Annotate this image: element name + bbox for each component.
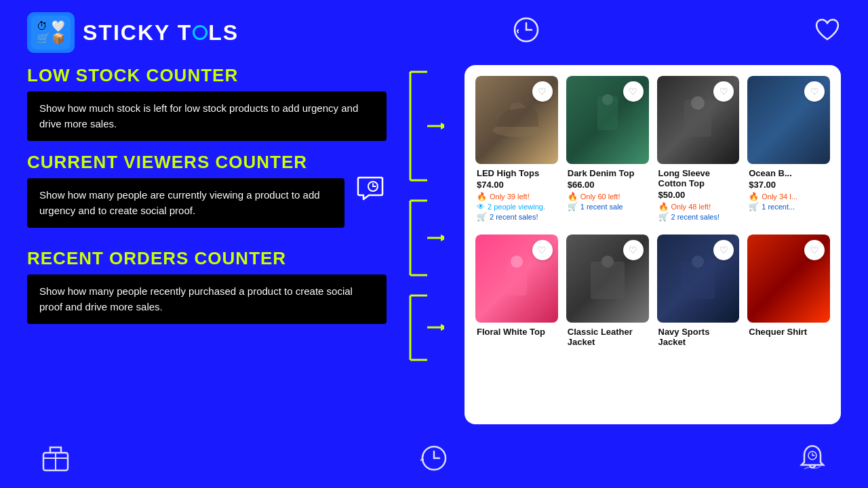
svg-marker-11: [441, 235, 444, 241]
logo-box: ⏱ 🤍 🛒 📦: [27, 12, 75, 53]
product-info-1: Dark Denim Top $66.00 🔥 Only 60 left! 🛒 …: [566, 164, 649, 216]
footer: [0, 434, 868, 488]
badge-cart-1: 🛒 1 recent sale: [568, 202, 648, 211]
product-card-3: ♡ Ocean B... $37.00 🔥 Only 34 l... 🛒 1 r…: [747, 76, 830, 226]
badge-fire-0: 🔥 Only 39 left!: [477, 192, 557, 201]
logo-icon-4: 📦: [52, 33, 65, 44]
svg-marker-6: [441, 123, 444, 129]
product-grid: ♡ LED High Tops $74.00 🔥 Only 39 left! 👁…: [475, 76, 830, 352]
badge-fire-3: 🔥 Only 34 l...: [749, 192, 829, 201]
badge-fire-1: 🔥 Only 60 left!: [568, 192, 648, 201]
product-card-4: ♡ Floral White Top: [475, 235, 558, 352]
cart-icon-1: 🛒: [568, 202, 578, 211]
wishlist-btn-1[interactable]: ♡: [623, 81, 644, 102]
product-card-6: ♡ Navy Sports Jacket: [657, 235, 740, 352]
badge-cart-0: 🛒 2 recent sales!: [477, 212, 557, 222]
bell-icon: [797, 443, 827, 479]
eye-icon-0: 👁: [477, 202, 485, 211]
product-card-0: ♡ LED High Tops $74.00 🔥 Only 39 left! 👁…: [475, 76, 558, 226]
product-name-4: Floral White Top: [477, 327, 557, 337]
product-price-3: $37.00: [749, 180, 829, 190]
chat-clock-icon: [354, 152, 387, 210]
cart-icon-2: 🛒: [658, 212, 669, 222]
recent-orders-section: RECENT ORDERS COUNTER Show how many peop…: [27, 248, 387, 324]
fire-icon-2: 🔥: [658, 202, 669, 211]
recent-orders-title: RECENT ORDERS COUNTER: [27, 248, 387, 269]
current-viewers-title: CURRENT VIEWERS COUNTER: [27, 152, 344, 173]
header: ⏱ 🤍 🛒 📦 STICKY TLS: [0, 0, 868, 65]
logo-icon-3: 🛒: [37, 33, 50, 44]
svg-marker-16: [441, 324, 444, 331]
wishlist-btn-7[interactable]: ♡: [804, 240, 825, 260]
product-card-1: ♡ Dark Denim Top $66.00 🔥 Only 60 left! …: [566, 76, 649, 226]
product-name-7: Chequer Shirt: [749, 327, 829, 337]
product-info-4: Floral White Top: [475, 323, 558, 342]
product-card-7: ♡ Chequer Shirt: [747, 235, 830, 352]
wishlist-btn-4[interactable]: ♡: [532, 240, 553, 260]
product-name-2: Long Sleeve Cotton Top: [658, 168, 738, 188]
current-viewers-section: CURRENT VIEWERS COUNTER Show how many pe…: [27, 152, 387, 239]
logo-icon-1: ⏱: [37, 21, 50, 32]
clock-icon: [513, 16, 540, 49]
product-name-0: LED High Tops: [477, 168, 557, 178]
cart-icon-3: 🛒: [749, 202, 759, 211]
connector-area: [407, 65, 444, 424]
product-price-0: $74.00: [477, 180, 557, 190]
product-card-2: ♡ Long Sleeve Cotton Top $50.00 🔥 Only 4…: [657, 76, 740, 226]
badge-cart-2: 🛒 2 recent sales!: [658, 212, 738, 222]
logo-area: ⏱ 🤍 🛒 📦 STICKY TLS: [27, 12, 239, 53]
svg-point-25: [601, 256, 614, 268]
product-name-3: Ocean B...: [749, 168, 829, 178]
product-info-5: Classic Leather Jacket: [566, 323, 649, 352]
svg-point-19: [602, 94, 613, 105]
main-content: LOW STOCK COUNTER Show how much stock is…: [0, 65, 868, 424]
svg-point-27: [692, 256, 704, 268]
product-name-1: Dark Denim Top: [568, 168, 648, 178]
product-price-1: $66.00: [568, 180, 648, 190]
wishlist-btn-3[interactable]: ♡: [804, 81, 825, 102]
logo-icon-2: 🤍: [52, 21, 65, 32]
product-info-2: Long Sleeve Cotton Top $50.00 🔥 Only 48 …: [657, 164, 740, 226]
product-price-2: $50.00: [658, 190, 738, 200]
current-viewers-description: Show how many people are currently viewi…: [27, 178, 344, 228]
fire-icon-3: 🔥: [749, 192, 759, 201]
recent-orders-description: Show how many people recently purchased …: [27, 274, 387, 324]
history-icon: [419, 443, 449, 479]
badge-cart-3: 🛒 1 recent...: [749, 202, 829, 211]
left-panel: LOW STOCK COUNTER Show how much stock is…: [27, 65, 387, 424]
badge-fire-2: 🔥 Only 48 left!: [658, 202, 738, 211]
fire-icon-1: 🔥: [568, 192, 578, 201]
svg-point-23: [511, 256, 523, 268]
badge-eye-0: 👁 2 people viewing.: [477, 202, 557, 211]
wishlist-btn-5[interactable]: ♡: [623, 240, 644, 260]
product-info-3: Ocean B... $37.00 🔥 Only 34 l... 🛒 1 rec…: [747, 164, 830, 216]
svg-point-21: [691, 96, 705, 110]
product-info-0: LED High Tops $74.00 🔥 Only 39 left! 👁 2…: [475, 164, 558, 226]
product-grid-panel: ♡ LED High Tops $74.00 🔥 Only 39 left! 👁…: [465, 65, 841, 424]
cart-icon-0: 🛒: [477, 212, 487, 222]
product-info-6: Navy Sports Jacket: [657, 323, 740, 352]
product-card-5: ♡ Classic Leather Jacket: [566, 235, 649, 352]
product-name-5: Classic Leather Jacket: [568, 327, 648, 347]
low-stock-title: LOW STOCK COUNTER: [27, 65, 387, 86]
product-info-7: Chequer Shirt: [747, 323, 830, 342]
heart-icon: [814, 16, 841, 49]
fire-icon-0: 🔥: [477, 192, 487, 201]
product-name-6: Navy Sports Jacket: [658, 327, 738, 347]
low-stock-section: LOW STOCK COUNTER Show how much stock is…: [27, 65, 387, 141]
wishlist-btn-0[interactable]: ♡: [532, 81, 553, 102]
brand-name: STICKY TLS: [83, 20, 239, 45]
package-icon: [41, 443, 71, 479]
low-stock-description: Show how much stock is left for low stoc…: [27, 92, 387, 141]
